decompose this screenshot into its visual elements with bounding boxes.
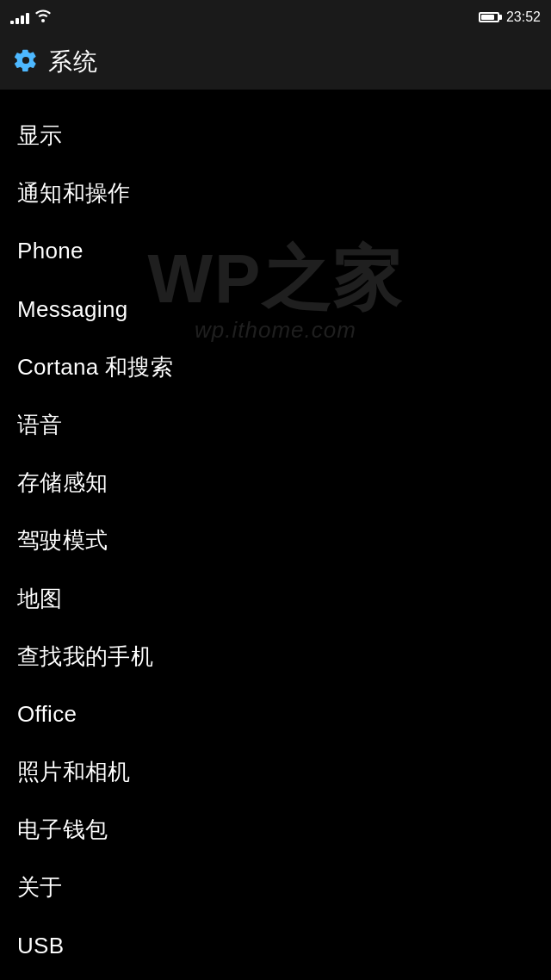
page-header: 系统 <box>0 34 551 90</box>
menu-item-messaging[interactable]: Messaging <box>0 281 551 338</box>
menu-item-usb[interactable]: USB <box>0 917 551 975</box>
menu-item-cortana[interactable]: Cortana 和搜索 <box>0 338 551 396</box>
menu-item-notifications[interactable]: 通知和操作 <box>0 164 551 222</box>
settings-list: 显示通知和操作PhoneMessagingCortana 和搜索语音存储感知驾驶… <box>0 90 551 975</box>
signal-icon <box>10 10 29 24</box>
menu-item-photos-camera[interactable]: 照片和相机 <box>0 743 551 801</box>
menu-item-office[interactable]: Office <box>0 685 551 743</box>
menu-item-phone[interactable]: Phone <box>0 222 551 280</box>
menu-item-voice[interactable]: 语音 <box>0 396 551 454</box>
wifi-icon <box>34 9 52 26</box>
menu-item-maps[interactable]: 地图 <box>0 570 551 628</box>
time-display: 23:52 <box>506 9 541 25</box>
menu-item-driving[interactable]: 驾驶模式 <box>0 512 551 569</box>
settings-gear-icon <box>14 48 38 76</box>
battery-indicator <box>479 12 499 22</box>
menu-item-find-phone[interactable]: 查找我的手机 <box>0 628 551 685</box>
menu-item-about[interactable]: 关于 <box>0 859 551 916</box>
status-right: 23:52 <box>479 9 541 25</box>
status-bar: 23:52 <box>0 0 551 34</box>
status-left <box>10 9 52 26</box>
menu-item-wallet[interactable]: 电子钱包 <box>0 801 551 859</box>
menu-item-storage[interactable]: 存储感知 <box>0 454 551 512</box>
menu-item-display[interactable]: 显示 <box>0 107 551 164</box>
battery-icon <box>479 12 499 22</box>
page-title: 系统 <box>48 46 97 78</box>
